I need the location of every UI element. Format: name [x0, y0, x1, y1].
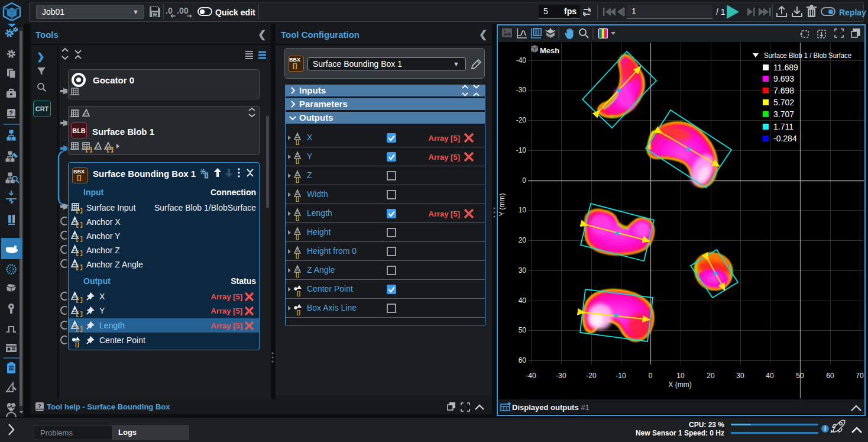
svg-text:Mesh: Mesh [540, 46, 559, 55]
svg-text:60: 60 [519, 356, 527, 364]
svg-text:9.693: 9.693 [773, 74, 794, 83]
svg-text:-20: -20 [586, 372, 597, 380]
svg-text:1.711: 1.711 [773, 122, 793, 131]
svg-text:3.707: 3.707 [773, 109, 794, 119]
svg-text:30: 30 [736, 372, 744, 380]
svg-text:-30: -30 [516, 86, 527, 94]
svg-text:Surface Blob 1 / Blob Surface: Surface Blob 1 / Blob Surface [764, 51, 851, 60]
svg-text:-40: -40 [516, 56, 527, 64]
svg-text:5.702: 5.702 [773, 98, 794, 107]
svg-text:0: 0 [522, 176, 526, 185]
svg-text:[]: [] [75, 341, 79, 347]
svg-text:50: 50 [796, 372, 804, 380]
svg-text:-40: -40 [526, 372, 536, 380]
svg-text:-10: -10 [516, 146, 527, 154]
svg-text:7.698: 7.698 [773, 86, 794, 95]
svg-text:X (mm): X (mm) [668, 380, 691, 389]
svg-text:[]: [] [205, 172, 208, 178]
svg-text:0: 0 [649, 372, 653, 380]
svg-text:-30: -30 [556, 372, 566, 380]
svg-text:-10: -10 [616, 372, 626, 380]
svg-text:60: 60 [826, 372, 834, 380]
svg-text:70: 70 [856, 372, 864, 380]
svg-text:-20: -20 [516, 116, 527, 124]
svg-text:30: 30 [519, 266, 527, 275]
svg-text:?: ? [38, 403, 41, 409]
svg-text:10: 10 [676, 372, 685, 380]
svg-text:40: 40 [519, 296, 527, 305]
svg-text:20: 20 [519, 236, 527, 244]
svg-text:50: 50 [519, 326, 527, 334]
svg-text:11.689: 11.689 [773, 63, 798, 72]
svg-text:10: 10 [519, 206, 527, 214]
svg-text:20: 20 [707, 372, 715, 380]
svg-text:40: 40 [766, 372, 774, 380]
svg-text:-0.284: -0.284 [773, 134, 797, 143]
svg-text:Y (mm): Y (mm) [498, 193, 506, 216]
